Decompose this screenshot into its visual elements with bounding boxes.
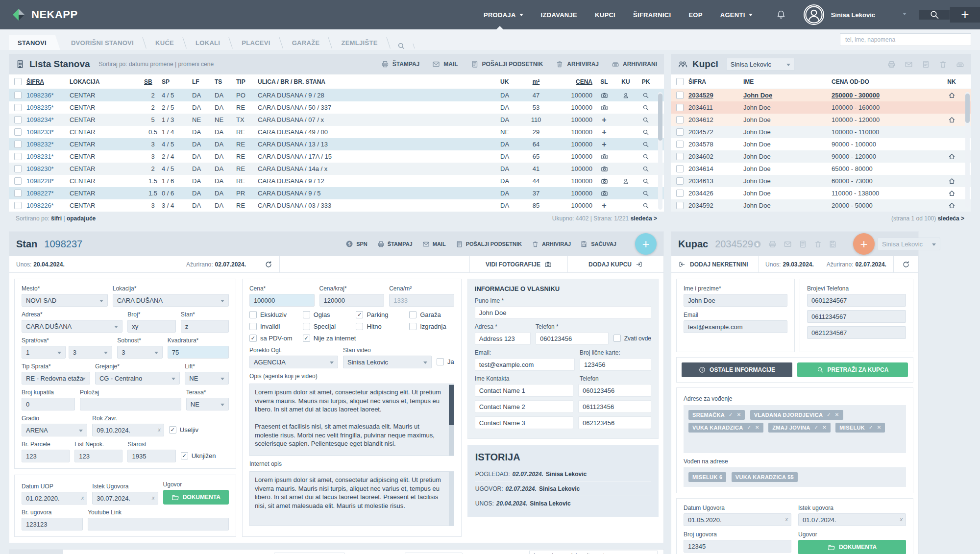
- remove-icon[interactable]: ✕: [877, 425, 882, 430]
- remove-icon[interactable]: ✕: [737, 412, 741, 417]
- visited-address-tag[interactable]: MISELUK 6: [688, 472, 726, 482]
- row-checkbox[interactable]: [676, 104, 684, 111]
- archive-button[interactable]: ARHIVIRAJ: [532, 241, 571, 248]
- kupac-code-link[interactable]: 2034578: [688, 141, 743, 148]
- checkbox-parking[interactable]: ✓Parking: [356, 311, 405, 318]
- stan-table-row[interactable]: 1098236* CENTAR 2 4 / 5 DA DA PO CARA DU…: [9, 89, 664, 101]
- kupac-table-row[interactable]: 2034578 John Doe 90000 - 100000: [671, 138, 971, 150]
- kupac-table-row[interactable]: 2034529 John Doe 250000 - 300000: [671, 89, 971, 101]
- buyer-person-icon[interactable]: [622, 92, 629, 99]
- broj-input[interactable]: [127, 320, 175, 333]
- save-button[interactable]: [829, 240, 837, 248]
- kupac-table-row[interactable]: 2034613 John Doe 60000 - 73000: [671, 175, 971, 187]
- row-checkbox[interactable]: [676, 153, 684, 160]
- remove-icon[interactable]: ✕: [755, 425, 760, 430]
- house-icon[interactable]: [948, 116, 956, 123]
- confirm-icon[interactable]: ✓: [869, 425, 873, 430]
- contact-name-input[interactable]: [475, 400, 573, 413]
- stan-code-link[interactable]: 1098228*: [26, 177, 70, 185]
- kupac-code-link[interactable]: 2034612: [688, 116, 743, 123]
- kupac-code-link[interactable]: 2034613: [688, 177, 743, 185]
- kupac-code-link[interactable]: 2034602: [688, 153, 743, 160]
- spn-button[interactable]: $ SPN: [345, 240, 368, 248]
- checkbox-garaza[interactable]: ✓Garaža: [409, 311, 454, 318]
- kupac-id[interactable]: 2034529: [715, 239, 753, 250]
- youtube-link-input[interactable]: [88, 518, 229, 530]
- category-tab[interactable]: DVORIŠNI STANOVI: [60, 35, 145, 50]
- select-all-checkbox[interactable]: [14, 78, 22, 85]
- mail-button[interactable]: MAIL: [432, 60, 458, 68]
- checkbox-oglas[interactable]: ✓Oglas: [303, 311, 352, 318]
- col-lf[interactable]: LF: [192, 78, 215, 85]
- checkbox-ekskluziv[interactable]: ✓Ekskluziv: [249, 311, 299, 318]
- adresa-select[interactable]: CARA DUŠANA: [22, 320, 122, 333]
- notifications-bell-icon[interactable]: [776, 10, 786, 20]
- row-checkbox[interactable]: [676, 116, 684, 123]
- buyer-person-icon[interactable]: [622, 178, 629, 185]
- add-new-button[interactable]: +: [950, 7, 980, 23]
- contact-name-input[interactable]: [475, 384, 573, 397]
- mail-button[interactable]: MAIL: [422, 241, 446, 248]
- row-checkbox[interactable]: [14, 177, 22, 185]
- ime-prezime-input[interactable]: [684, 294, 787, 307]
- spn-button[interactable]: $: [753, 240, 761, 248]
- stan-code-link[interactable]: 1098235*: [26, 104, 70, 111]
- add-kupac-button[interactable]: +: [853, 233, 875, 255]
- stan-code-link[interactable]: 1098232*: [26, 141, 70, 148]
- send-reminder-button[interactable]: [922, 60, 930, 69]
- confirm-icon[interactable]: ✓: [814, 425, 819, 430]
- cena-input[interactable]: [249, 294, 315, 307]
- address-tag[interactable]: ZMAJ JOVINA ✓ ✕: [768, 423, 831, 433]
- poreklo-oglasa-select[interactable]: AGENCIJA: [249, 356, 338, 368]
- datum-ugovora-input[interactable]: [684, 513, 791, 526]
- starost-input[interactable]: [127, 450, 175, 462]
- pretrazi-za-kupca-button[interactable]: PRETRAŽI ZA KUPCA: [797, 362, 908, 377]
- stan-code-link[interactable]: 1098234*: [26, 116, 70, 123]
- col-ku[interactable]: KU: [616, 78, 636, 85]
- col-nk[interactable]: NK: [939, 78, 964, 85]
- house-icon[interactable]: [948, 190, 956, 197]
- quick-search-input[interactable]: [840, 33, 971, 46]
- row-checkbox[interactable]: [676, 202, 684, 209]
- stan-code-link[interactable]: 1098233*: [26, 128, 70, 136]
- house-icon[interactable]: [948, 153, 956, 160]
- preview-search-icon[interactable]: [642, 190, 649, 197]
- print-button[interactable]: [887, 60, 896, 69]
- contact-phone-input[interactable]: [578, 384, 651, 397]
- clear-date-icon[interactable]: x: [158, 427, 161, 433]
- lift-select[interactable]: NE: [185, 372, 229, 385]
- sprat-select[interactable]: 1: [22, 346, 66, 359]
- contact-phone-input[interactable]: [578, 400, 651, 413]
- row-checkbox[interactable]: [14, 141, 22, 148]
- avatar[interactable]: [804, 4, 824, 25]
- preview-search-icon[interactable]: [642, 104, 649, 111]
- col-cena-od-do[interactable]: CENA OD-DO: [832, 78, 939, 85]
- user-chevron-icon[interactable]: [903, 13, 906, 17]
- category-tab[interactable]: LOKALI: [185, 35, 231, 50]
- cena-kraj-input[interactable]: [319, 294, 385, 307]
- checkbox-useljiv[interactable]: ✓ Useljiv: [169, 426, 229, 436]
- dokumenta-button[interactable]: DOKUMENTA: [798, 540, 906, 554]
- stan-code-link[interactable]: 1098231*: [26, 153, 70, 160]
- stan-table-row[interactable]: 1098233* CENTAR 0.5 1 / 4 DA DA RE CARA …: [9, 126, 664, 138]
- camera-icon[interactable]: [601, 177, 608, 185]
- clear-date-icon[interactable]: x: [900, 516, 903, 522]
- refresh-icon[interactable]: [894, 256, 918, 272]
- add-property-button[interactable]: DODAJ NEKRETNINI: [671, 256, 759, 272]
- kupac-table-row[interactable]: 2034614 John Doe 65000 - 80000: [671, 163, 971, 175]
- row-checkbox[interactable]: [676, 141, 684, 148]
- istek-ugovora-input[interactable]: [92, 492, 158, 505]
- mail-button[interactable]: [905, 60, 913, 69]
- add-to-buyer-button[interactable]: DODAJ KUPCU: [568, 256, 663, 272]
- select-all-checkbox[interactable]: [676, 78, 684, 85]
- archived-button[interactable]: [956, 60, 964, 69]
- refresh-icon[interactable]: [265, 261, 272, 268]
- col-ts[interactable]: TS: [215, 78, 236, 85]
- ostale-informacije-button[interactable]: OSTALE INFORMACIJE: [682, 362, 792, 377]
- preview-search-icon[interactable]: [642, 178, 649, 185]
- dokumenta-button[interactable]: DOKUMENTA: [163, 490, 229, 505]
- opis-textarea[interactable]: Lorem ipsum dolor sit amet, consectetur …: [249, 384, 454, 456]
- internet-opis-textarea[interactable]: Lorem ipsum dolor sit amet, consectetur …: [249, 471, 454, 526]
- list-nepok-input[interactable]: [74, 450, 122, 462]
- sobnost-select[interactable]: 3: [117, 346, 163, 359]
